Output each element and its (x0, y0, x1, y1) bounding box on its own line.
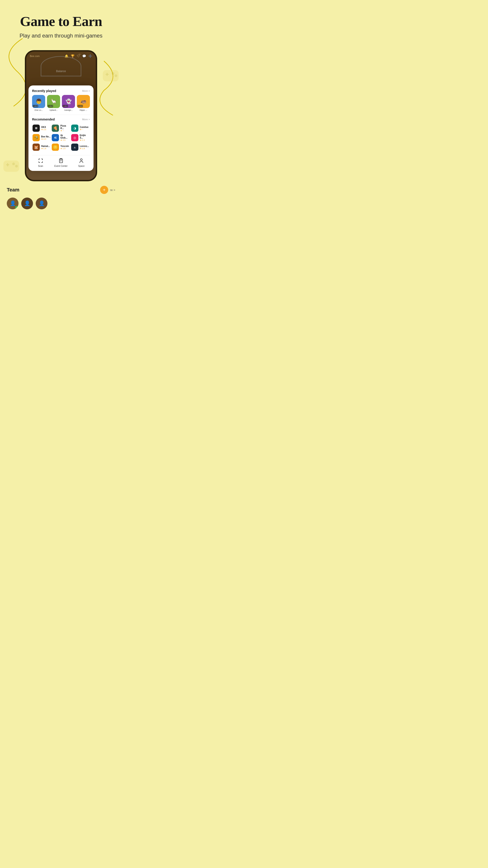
recommended-title: Recommended (32, 118, 55, 121)
rec-item-coinlive[interactable]: ◑ Coinlive ★ -- (71, 123, 90, 133)
svg-rect-17 (42, 161, 43, 163)
rec-rating-okx: ★ 3.5 (41, 128, 46, 131)
rec-name-bee: Bee Ne... (41, 135, 51, 138)
rec-name-enijin: Enijin S... (80, 134, 90, 139)
header: Game to Earn Play and earn through mini-… (0, 0, 122, 46)
svg-rect-11 (39, 159, 39, 160)
game-item-3[interactable]: 👻 ★ 4.1 Aavego... (62, 95, 75, 112)
team-title: Team (7, 187, 20, 193)
divider-1 (32, 115, 90, 115)
rec-icon-lorenz: ⟁ (71, 144, 78, 151)
rec-icon-hamat: 🐹 (33, 144, 40, 151)
game-rating-4: ★ 4.3 (77, 105, 83, 107)
rec-icon-bee: 🐝 (33, 134, 40, 141)
team-section: Team + re > 👤 ✓ 👤 👤 (0, 181, 122, 216)
game-rating-3: ★ 4.1 (63, 105, 68, 107)
game-icon-3: 👻 ★ 4.1 (62, 95, 75, 108)
rec-item-pizza[interactable]: 🍕 Pizza R... ★ -- (51, 123, 70, 133)
avatar-check-1: ✓ (15, 206, 18, 209)
recommended-header: Recommended More > (32, 118, 90, 121)
phone-mockup: Bee.com 🔔 🏆 🛡 0% 💬 ➕ Balance (0, 50, 122, 181)
game-name-3: Aavego... (64, 109, 73, 112)
game-rating-2: ★ 4.2 (48, 105, 53, 107)
game-name-4: Hippo ... (79, 109, 87, 112)
rec-item-okx[interactable]: ⊞ OKX ★ 3.5 (32, 123, 51, 133)
avatar-1: 👤 ✓ (7, 197, 19, 209)
scan-icon (37, 158, 44, 164)
phone-url: Bee.com (30, 55, 39, 57)
circle-decoration (41, 56, 81, 76)
rec-icon-okx: ⊞ (33, 125, 40, 132)
games-grid: 👦 ★ 4.3 One Lo... 🦙 (32, 95, 90, 112)
rec-item-yescoin[interactable]: 🪙 Yescoin ★ 1.5 (51, 143, 70, 152)
balance-label: Balance (56, 70, 66, 73)
rec-rating-enijin: ★ 2.3 (80, 139, 90, 141)
team-avatars: 👤 ✓ 👤 👤 (7, 197, 115, 209)
phone-screen: Bee.com 🔔 🏆 🛡 0% 💬 ➕ Balance (26, 52, 96, 180)
rec-icon-pizza: 🍕 (52, 125, 59, 132)
game-item-2[interactable]: 🦙 ★ 4.2 Upland... (47, 95, 60, 112)
rec-row-2: 🐝 Bee Ne... ★ 4.0 4E 4e Glob... ★ 2.5 (32, 133, 90, 143)
add-icon: ➕ (88, 54, 92, 58)
game-icon-4: 🦛 ★ 4.3 (77, 95, 90, 108)
rec-item-4e[interactable]: 4E 4e Glob... ★ 2.5 (51, 133, 70, 143)
recently-played-title: Recently played (32, 89, 56, 93)
rec-rating-bee: ★ 4.0 (41, 138, 51, 140)
rec-icon-coinlive: ◑ (71, 125, 78, 132)
rec-item-enijin[interactable]: ◎ Enijin S... ★ 2.3 (71, 133, 90, 143)
rec-icon-enijin: ◎ (71, 134, 78, 141)
svg-rect-20 (60, 160, 62, 161)
popup-card: Recently played More > 👦 ★ 4.3 One (29, 86, 94, 171)
game-item-1[interactable]: 👦 ★ 4.3 One Lo... (32, 95, 45, 112)
avatar-3: 👤 (36, 197, 47, 209)
game-name-1: One Lo... (34, 109, 43, 112)
rec-item-lorenz[interactable]: ⟁ Lorenz... ★ 1.8 (71, 143, 90, 152)
game-name-2: Upland... (50, 109, 58, 112)
recommended-more[interactable]: More > (82, 118, 90, 121)
scan-label: Scan (38, 165, 43, 167)
chat-icon: 💬 (82, 54, 86, 58)
event-center-action[interactable]: Event Center (55, 158, 68, 167)
svg-point-22 (80, 159, 82, 160)
recently-played-more[interactable]: More > (82, 90, 90, 92)
phone-frame: Bee.com 🔔 🏆 🛡 0% 💬 ➕ Balance (25, 50, 97, 181)
scan-action[interactable]: Scan (37, 158, 44, 167)
rec-rating-4e: ★ 2.5 (60, 139, 70, 141)
page-subtitle: Play and earn through mini-games (9, 33, 113, 39)
rec-name-lorenz: Lorenz... (80, 145, 89, 147)
rec-rating-yescoin: ★ 1.5 (60, 147, 69, 150)
clipboard-icon (58, 158, 64, 164)
recommended-list: ⊞ OKX ★ 3.5 🍕 Pizza R... ★ -- (32, 123, 90, 152)
rec-name-yescoin: Yescoin (60, 145, 69, 147)
event-center-label: Event Center (55, 165, 68, 167)
rec-rating-pizza: ★ -- (60, 129, 70, 132)
shield-icon: 🛡 0% (77, 54, 80, 58)
svg-rect-15 (39, 161, 39, 163)
page-title: Game to Earn (9, 13, 113, 29)
team-header: Team + re > (7, 186, 115, 194)
add-team-button[interactable]: + (100, 186, 108, 194)
avatar-2: 👤 (21, 197, 33, 209)
svg-rect-13 (42, 159, 43, 160)
game-icon-2: 🦙 ★ 4.2 (47, 95, 60, 108)
action-bar: Scan Event Center (32, 155, 90, 167)
space-action[interactable]: Space (78, 158, 85, 167)
svg-rect-21 (60, 161, 61, 161)
space-label: Space (78, 165, 85, 167)
person-icon (78, 158, 85, 164)
rec-name-okx: OKX (41, 126, 46, 128)
rec-name-coinlive: Coinlive (80, 126, 89, 128)
rec-row-1: ⊞ OKX ★ 3.5 🍕 Pizza R... ★ -- (32, 123, 90, 133)
rec-name-hamat: Hamat... (41, 145, 50, 147)
game-item-4[interactable]: 🦛 ★ 4.3 Hippo ... (77, 95, 90, 112)
rec-rating-coinlive: ★ -- (80, 128, 89, 131)
rec-icon-yescoin: 🪙 (52, 144, 59, 151)
rec-row-3: 🐹 Hamat... ★ 1.6 🪙 Yescoin ★ 1.5 (32, 143, 90, 152)
rec-icon-4e: 4E (52, 134, 59, 141)
rec-item-hamat[interactable]: 🐹 Hamat... ★ 1.6 (32, 143, 51, 152)
team-more[interactable]: re > (110, 188, 115, 192)
game-rating-1: ★ 4.3 (33, 105, 38, 107)
recently-played-header: Recently played More > (32, 89, 90, 93)
rec-rating-lorenz: ★ 1.8 (80, 147, 89, 150)
rec-item-bee[interactable]: 🐝 Bee Ne... ★ 4.0 (32, 133, 51, 143)
